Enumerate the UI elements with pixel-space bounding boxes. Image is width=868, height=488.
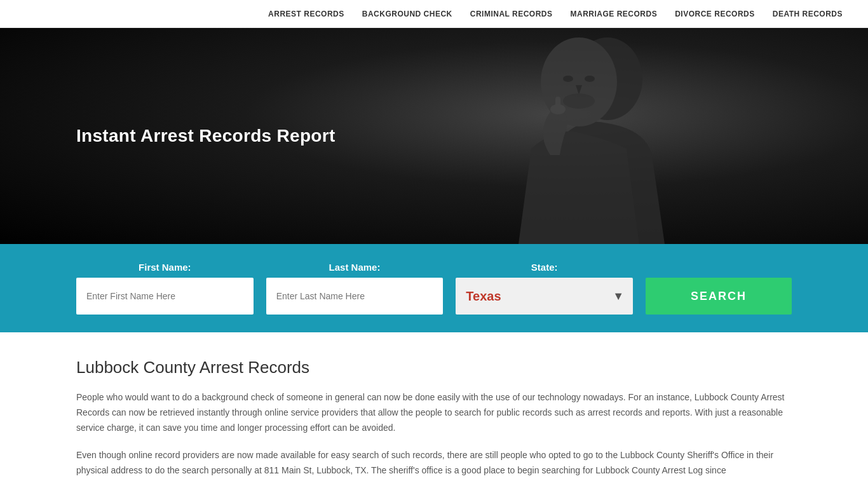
svg-point-2 xyxy=(563,76,573,82)
content-paragraph-2: Even though online record providers are … xyxy=(76,448,792,478)
nav-divorce-records[interactable]: DIVORCE RECORDS xyxy=(675,10,755,18)
nav-marriage-records[interactable]: MARRIAGE RECORDS xyxy=(571,10,658,18)
svg-rect-6 xyxy=(555,97,560,112)
last-name-field: Last Name: xyxy=(266,262,444,315)
navigation: ARREST RECORDS BACKGROUND CHECK CRIMINAL… xyxy=(0,0,868,28)
main-content: Lubbock County Arrest Records People who… xyxy=(0,332,868,488)
hero-figure xyxy=(455,28,709,244)
svg-point-4 xyxy=(563,93,595,109)
state-field: State: Alabama Alaska Arizona Arkansas C… xyxy=(456,262,633,315)
last-name-input[interactable] xyxy=(266,278,444,315)
state-select[interactable]: Alabama Alaska Arizona Arkansas Californ… xyxy=(456,278,633,315)
hero-title: Instant Arrest Records Report xyxy=(76,126,336,146)
first-name-label: First Name: xyxy=(76,262,254,273)
hero-section: Instant Arrest Records Report xyxy=(0,28,868,244)
content-heading: Lubbock County Arrest Records xyxy=(76,358,792,377)
last-name-label: Last Name: xyxy=(266,262,444,273)
svg-point-3 xyxy=(585,76,595,82)
nav-background-check[interactable]: BACKGROUND CHECK xyxy=(362,10,452,18)
nav-criminal-records[interactable]: CRIMINAL RECORDS xyxy=(470,10,553,18)
state-label: State: xyxy=(456,262,633,273)
first-name-field: First Name: xyxy=(76,262,254,315)
nav-arrest-records[interactable]: ARREST RECORDS xyxy=(268,10,344,18)
search-button[interactable]: SEARCH xyxy=(646,278,792,315)
content-paragraph-1: People who would want to do a background… xyxy=(76,390,792,435)
first-name-input[interactable] xyxy=(76,278,254,315)
search-bar: First Name: Last Name: State: Alabama Al… xyxy=(0,244,868,332)
hero-content: Instant Arrest Records Report xyxy=(0,126,336,146)
nav-death-records[interactable]: DEATH RECORDS xyxy=(773,10,843,18)
state-select-wrapper: Alabama Alaska Arizona Arkansas Californ… xyxy=(456,278,633,315)
